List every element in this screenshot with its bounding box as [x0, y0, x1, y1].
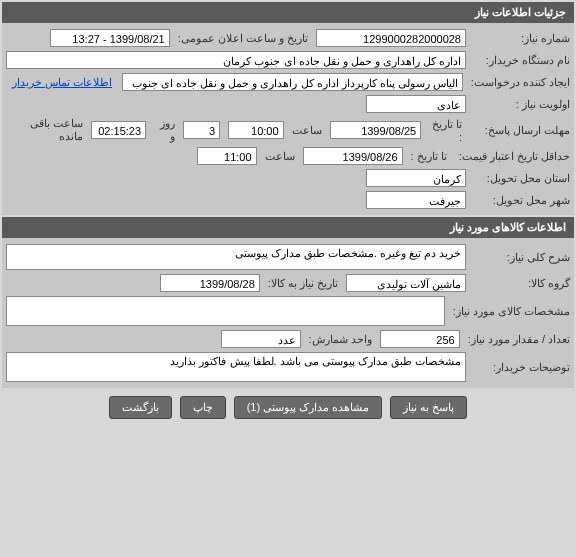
- validity-date-value: 1399/08/26: [303, 147, 403, 165]
- need-date-value: 1399/08/28: [160, 274, 260, 292]
- need-info-section: جزئیات اطلاعات نیاز شماره نیاز: 12990002…: [2, 2, 574, 215]
- reply-button[interactable]: پاسخ به نیاز: [390, 396, 467, 419]
- row-general-desc: شرح کلی نیاز: خرید دم تیغ وغیره .مشخصات …: [6, 242, 570, 272]
- spec-label: مشخصات کالای مورد نیاز:: [449, 305, 570, 318]
- validity-time-value: 11:00: [197, 147, 257, 165]
- row-province: استان محل تحویل: کرمان: [6, 167, 570, 189]
- group-value: ماشین آلات تولیدی: [346, 274, 466, 292]
- row-spec: مشخصات کالای مورد نیاز:: [6, 294, 570, 328]
- deadline-date-value: 1399/08/25: [330, 121, 422, 139]
- remaining-label: ساعت باقی مانده: [6, 117, 87, 143]
- row-need-number: شماره نیاز: 1299000282000028 تاریخ و ساع…: [6, 27, 570, 49]
- to-date-label: تا تاریخ :: [425, 118, 466, 143]
- org-value: اداره کل راهداری و حمل و نقل جاده ای جنو…: [6, 51, 466, 69]
- creator-value: الیاس رسولی پناه کارپرداز اداره کل راهدا…: [122, 73, 463, 91]
- row-validity: حداقل تاریخ اعتبار قیمت: تا تاریخ : 1399…: [6, 145, 570, 167]
- row-creator: ایجاد کننده درخواست: الیاس رسولی پناه کا…: [6, 71, 570, 93]
- attachments-button[interactable]: مشاهده مدارک پیوستی (1): [234, 396, 383, 419]
- back-button[interactable]: بازگشت: [109, 396, 172, 419]
- goods-info-section: اطلاعات کالاهای مورد نیاز شرح کلی نیاز: …: [2, 217, 574, 388]
- qty-value: 256: [380, 330, 460, 348]
- time-label-2: ساعت: [261, 150, 299, 163]
- row-city: شهر محل تحویل: جیرفت: [6, 189, 570, 211]
- buyer-notes-label: توضیحات خریدار:: [470, 361, 570, 374]
- need-info-body: شماره نیاز: 1299000282000028 تاریخ و ساع…: [2, 23, 574, 215]
- buyer-notes-value: مشخصات طبق مدارک پیوستی می باشد .لطفا پی…: [6, 352, 466, 382]
- goods-info-header: اطلاعات کالاهای مورد نیاز: [2, 217, 574, 238]
- deadline-time-value: 10:00: [228, 121, 283, 139]
- time-label-1: ساعت: [288, 124, 326, 137]
- print-button[interactable]: چاپ: [180, 396, 226, 419]
- time-remaining-value: 02:15:23: [91, 121, 146, 139]
- row-buyer-notes: توضیحات خریدار: مشخصات طبق مدارک پیوستی …: [6, 350, 570, 384]
- unit-value: عدد: [221, 330, 301, 348]
- public-ann-label: تاریخ و ساعت اعلان عمومی:: [174, 32, 312, 45]
- creator-label: ایجاد کننده درخواست:: [467, 76, 570, 89]
- org-label: نام دستگاه خریدار:: [470, 54, 570, 67]
- priority-label: اولویت نیاز :: [470, 98, 570, 111]
- row-qty: تعداد / مقدار مورد نیاز: 256 واحد شمارش:…: [6, 328, 570, 350]
- spec-value: [6, 296, 445, 326]
- goods-info-body: شرح کلی نیاز: خرید دم تیغ وغیره .مشخصات …: [2, 238, 574, 388]
- city-label: شهر محل تحویل:: [470, 194, 570, 207]
- validity-to-label: تا تاریخ :: [407, 150, 451, 163]
- days-label: روز و: [150, 117, 179, 143]
- qty-label: تعداد / مقدار مورد نیاز:: [464, 333, 570, 346]
- row-priority: اولویت نیاز : عادی: [6, 93, 570, 115]
- action-buttons: پاسخ به نیاز مشاهده مدارک پیوستی (1) چاپ…: [0, 390, 576, 425]
- need-number-value: 1299000282000028: [316, 29, 466, 47]
- contact-link[interactable]: اطلاعات تماس خریدار: [6, 76, 118, 89]
- group-label: گروه کالا:: [470, 277, 570, 290]
- deadline-label: مهلت ارسال پاسخ:: [470, 124, 570, 137]
- row-deadline: مهلت ارسال پاسخ: تا تاریخ : 1399/08/25 س…: [6, 115, 570, 145]
- general-desc-value: خرید دم تیغ وغیره .مشخصات طبق مدارک پیوس…: [6, 244, 466, 270]
- city-value: جیرفت: [366, 191, 466, 209]
- need-number-label: شماره نیاز:: [470, 32, 570, 45]
- row-org: نام دستگاه خریدار: اداره کل راهداری و حم…: [6, 49, 570, 71]
- province-value: کرمان: [366, 169, 466, 187]
- general-desc-label: شرح کلی نیاز:: [470, 251, 570, 264]
- unit-label: واحد شمارش:: [305, 333, 376, 346]
- priority-value: عادی: [366, 95, 466, 113]
- row-group: گروه کالا: ماشین آلات تولیدی تاریخ نیاز …: [6, 272, 570, 294]
- need-info-header: جزئیات اطلاعات نیاز: [2, 2, 574, 23]
- province-label: استان محل تحویل:: [470, 172, 570, 185]
- need-date-label: تاریخ نیاز به کالا:: [264, 277, 342, 290]
- days-remaining-value: 3: [183, 121, 220, 139]
- public-ann-value: 1399/08/21 - 13:27: [50, 29, 170, 47]
- validity-label: حداقل تاریخ اعتبار قیمت:: [455, 150, 570, 163]
